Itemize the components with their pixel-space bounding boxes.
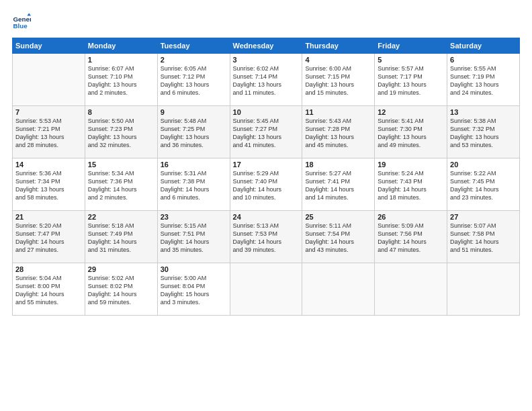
calendar-cell: 2Sunrise: 6:05 AM Sunset: 7:12 PM Daylig… <box>157 54 230 106</box>
cell-info: Sunrise: 5:29 AM Sunset: 7:40 PM Dayligh… <box>233 169 300 202</box>
day-number: 19 <box>378 161 444 169</box>
day-number: 5 <box>378 56 444 64</box>
svg-text:Blue: Blue <box>13 22 28 30</box>
calendar-cell: 28Sunrise: 5:04 AM Sunset: 8:00 PM Dayli… <box>13 263 85 316</box>
calendar-row-0: 1Sunrise: 6:07 AM Sunset: 7:10 PM Daylig… <box>13 54 520 106</box>
cell-info: Sunrise: 5:11 AM Sunset: 7:54 PM Dayligh… <box>305 222 371 255</box>
calendar-cell: 1Sunrise: 6:07 AM Sunset: 7:10 PM Daylig… <box>85 54 157 106</box>
weekday-header-monday: Monday <box>85 38 157 54</box>
calendar-cell <box>13 54 85 106</box>
cell-info: Sunrise: 5:13 AM Sunset: 7:53 PM Dayligh… <box>233 222 300 255</box>
calendar-cell: 16Sunrise: 5:31 AM Sunset: 7:38 PM Dayli… <box>157 158 230 211</box>
cell-info: Sunrise: 5:22 AM Sunset: 7:45 PM Dayligh… <box>450 169 517 202</box>
calendar-cell: 15Sunrise: 5:34 AM Sunset: 7:36 PM Dayli… <box>85 158 157 211</box>
calendar-cell: 22Sunrise: 5:18 AM Sunset: 7:49 PM Dayli… <box>85 211 157 263</box>
day-number: 12 <box>378 108 444 116</box>
calendar-cell: 21Sunrise: 5:20 AM Sunset: 7:47 PM Dayli… <box>13 211 85 263</box>
day-number: 26 <box>378 213 444 221</box>
logo-icon: General Blue <box>12 12 31 31</box>
day-number: 23 <box>161 213 227 221</box>
calendar-cell: 17Sunrise: 5:29 AM Sunset: 7:40 PM Dayli… <box>230 158 302 211</box>
cell-info: Sunrise: 5:43 AM Sunset: 7:28 PM Dayligh… <box>305 117 371 150</box>
calendar-cell: 27Sunrise: 5:07 AM Sunset: 7:58 PM Dayli… <box>447 211 520 263</box>
cell-info: Sunrise: 5:36 AM Sunset: 7:34 PM Dayligh… <box>15 169 82 202</box>
calendar-page: General Blue SundayMondayTuesdayWednesda… <box>0 0 532 411</box>
calendar-row-2: 14Sunrise: 5:36 AM Sunset: 7:34 PM Dayli… <box>13 158 520 211</box>
cell-info: Sunrise: 5:09 AM Sunset: 7:56 PM Dayligh… <box>378 222 444 255</box>
calendar-cell <box>447 263 520 316</box>
calendar-cell: 5Sunrise: 5:57 AM Sunset: 7:17 PM Daylig… <box>375 54 447 106</box>
day-number: 8 <box>88 108 154 116</box>
cell-info: Sunrise: 5:02 AM Sunset: 8:02 PM Dayligh… <box>88 274 154 307</box>
cell-info: Sunrise: 5:24 AM Sunset: 7:43 PM Dayligh… <box>378 169 444 202</box>
cell-info: Sunrise: 5:31 AM Sunset: 7:38 PM Dayligh… <box>161 169 227 202</box>
logo: General Blue <box>12 12 31 31</box>
weekday-header-thursday: Thursday <box>302 38 375 54</box>
cell-info: Sunrise: 5:04 AM Sunset: 8:00 PM Dayligh… <box>15 274 82 307</box>
calendar-cell: 4Sunrise: 6:00 AM Sunset: 7:15 PM Daylig… <box>302 54 375 106</box>
day-number: 6 <box>450 56 517 64</box>
calendar-cell: 29Sunrise: 5:02 AM Sunset: 8:02 PM Dayli… <box>85 263 157 316</box>
day-number: 10 <box>233 108 300 116</box>
cell-info: Sunrise: 5:27 AM Sunset: 7:41 PM Dayligh… <box>305 169 371 202</box>
day-number: 1 <box>88 56 154 64</box>
day-number: 28 <box>15 265 82 273</box>
weekday-header-friday: Friday <box>375 38 447 54</box>
calendar-cell: 8Sunrise: 5:50 AM Sunset: 7:23 PM Daylig… <box>85 106 157 158</box>
calendar-cell: 6Sunrise: 5:55 AM Sunset: 7:19 PM Daylig… <box>447 54 520 106</box>
cell-info: Sunrise: 5:15 AM Sunset: 7:51 PM Dayligh… <box>161 222 227 255</box>
calendar-row-4: 28Sunrise: 5:04 AM Sunset: 8:00 PM Dayli… <box>13 263 520 316</box>
calendar-cell: 10Sunrise: 5:45 AM Sunset: 7:27 PM Dayli… <box>230 106 302 158</box>
calendar-cell: 18Sunrise: 5:27 AM Sunset: 7:41 PM Dayli… <box>302 158 375 211</box>
weekday-header-saturday: Saturday <box>447 38 520 54</box>
day-number: 20 <box>450 161 517 169</box>
cell-info: Sunrise: 6:00 AM Sunset: 7:15 PM Dayligh… <box>305 64 371 97</box>
day-number: 17 <box>233 161 300 169</box>
day-number: 4 <box>305 56 371 64</box>
header: General Blue <box>12 12 520 31</box>
calendar-row-3: 21Sunrise: 5:20 AM Sunset: 7:47 PM Dayli… <box>13 211 520 263</box>
cell-info: Sunrise: 5:07 AM Sunset: 7:58 PM Dayligh… <box>450 222 517 255</box>
day-number: 30 <box>161 265 227 273</box>
cell-info: Sunrise: 5:18 AM Sunset: 7:49 PM Dayligh… <box>88 222 154 255</box>
calendar-cell: 23Sunrise: 5:15 AM Sunset: 7:51 PM Dayli… <box>157 211 230 263</box>
calendar-cell: 9Sunrise: 5:48 AM Sunset: 7:25 PM Daylig… <box>157 106 230 158</box>
day-number: 13 <box>450 108 517 116</box>
calendar-cell: 30Sunrise: 5:00 AM Sunset: 8:04 PM Dayli… <box>157 263 230 316</box>
day-number: 14 <box>15 161 82 169</box>
calendar-cell: 12Sunrise: 5:41 AM Sunset: 7:30 PM Dayli… <box>375 106 447 158</box>
svg-marker-2 <box>27 13 31 15</box>
cell-info: Sunrise: 6:05 AM Sunset: 7:12 PM Dayligh… <box>161 64 227 97</box>
day-number: 22 <box>88 213 154 221</box>
cell-info: Sunrise: 5:53 AM Sunset: 7:21 PM Dayligh… <box>15 117 82 150</box>
cell-info: Sunrise: 6:07 AM Sunset: 7:10 PM Dayligh… <box>88 64 154 97</box>
calendar-table: SundayMondayTuesdayWednesdayThursdayFrid… <box>12 38 520 316</box>
day-number: 2 <box>161 56 227 64</box>
calendar-cell: 7Sunrise: 5:53 AM Sunset: 7:21 PM Daylig… <box>13 106 85 158</box>
cell-info: Sunrise: 5:45 AM Sunset: 7:27 PM Dayligh… <box>233 117 300 150</box>
weekday-header-wednesday: Wednesday <box>230 38 302 54</box>
calendar-cell: 25Sunrise: 5:11 AM Sunset: 7:54 PM Dayli… <box>302 211 375 263</box>
day-number: 7 <box>15 108 82 116</box>
calendar-cell: 20Sunrise: 5:22 AM Sunset: 7:45 PM Dayli… <box>447 158 520 211</box>
calendar-cell: 26Sunrise: 5:09 AM Sunset: 7:56 PM Dayli… <box>375 211 447 263</box>
calendar-body: 1Sunrise: 6:07 AM Sunset: 7:10 PM Daylig… <box>13 54 520 316</box>
cell-info: Sunrise: 5:50 AM Sunset: 7:23 PM Dayligh… <box>88 117 154 150</box>
calendar-header-row: SundayMondayTuesdayWednesdayThursdayFrid… <box>13 38 520 54</box>
cell-info: Sunrise: 5:41 AM Sunset: 7:30 PM Dayligh… <box>378 117 444 150</box>
calendar-cell: 24Sunrise: 5:13 AM Sunset: 7:53 PM Dayli… <box>230 211 302 263</box>
calendar-cell: 11Sunrise: 5:43 AM Sunset: 7:28 PM Dayli… <box>302 106 375 158</box>
day-number: 24 <box>233 213 300 221</box>
calendar-cell: 19Sunrise: 5:24 AM Sunset: 7:43 PM Dayli… <box>375 158 447 211</box>
weekday-header-sunday: Sunday <box>13 38 85 54</box>
cell-info: Sunrise: 5:48 AM Sunset: 7:25 PM Dayligh… <box>161 117 227 150</box>
calendar-cell <box>375 263 447 316</box>
day-number: 18 <box>305 161 371 169</box>
day-number: 11 <box>305 108 371 116</box>
calendar-cell: 3Sunrise: 6:02 AM Sunset: 7:14 PM Daylig… <box>230 54 302 106</box>
day-number: 29 <box>88 265 154 273</box>
cell-info: Sunrise: 5:20 AM Sunset: 7:47 PM Dayligh… <box>15 222 82 255</box>
cell-info: Sunrise: 5:34 AM Sunset: 7:36 PM Dayligh… <box>88 169 154 202</box>
weekday-header-tuesday: Tuesday <box>157 38 230 54</box>
cell-info: Sunrise: 5:55 AM Sunset: 7:19 PM Dayligh… <box>450 64 517 97</box>
